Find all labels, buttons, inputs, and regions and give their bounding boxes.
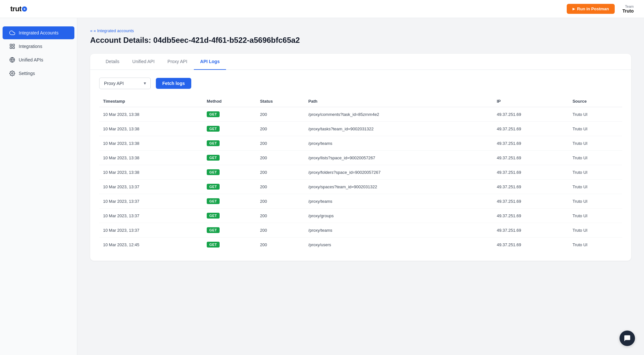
cell-timestamp: 10 Mar 2023, 13:37: [99, 180, 203, 194]
cell-method: GET: [203, 136, 256, 151]
cell-ip: 49.37.251.69: [493, 180, 569, 194]
cell-source: Truto UI: [569, 223, 622, 238]
cell-ip: 49.37.251.69: [493, 107, 569, 122]
cell-method: GET: [203, 194, 256, 209]
cell-status: 200: [256, 180, 304, 194]
table-row: 10 Mar 2023, 13:37 GET 200 /proxy/teams …: [99, 223, 622, 238]
account-detail-card: Details Unified API Proxy API API Logs P…: [90, 54, 631, 261]
table-row: 10 Mar 2023, 13:38 GET 200 /proxy/tasks?…: [99, 122, 622, 136]
cell-ip: 49.37.251.69: [493, 122, 569, 136]
cell-method: GET: [203, 165, 256, 180]
cell-method: GET: [203, 151, 256, 165]
table-row: 10 Mar 2023, 13:38 GET 200 /proxy/commen…: [99, 107, 622, 122]
cell-timestamp: 10 Mar 2023, 13:38: [99, 136, 203, 151]
method-badge: GET: [207, 111, 220, 117]
sidebar: Integrated Accounts Integrations Unified…: [0, 18, 77, 355]
cell-source: Truto UI: [569, 209, 622, 223]
cell-source: Truto UI: [569, 180, 622, 194]
filter-bar: Proxy API Unified API ▼ Fetch logs: [90, 70, 631, 96]
cell-method: GET: [203, 238, 256, 252]
svg-rect-2: [10, 47, 12, 49]
tab-proxy-api[interactable]: Proxy API: [161, 54, 194, 70]
col-method: Method: [203, 96, 256, 107]
cell-ip: 49.37.251.69: [493, 136, 569, 151]
logs-table: Timestamp Method Status Path IP Source 1…: [99, 96, 622, 252]
globe-icon: [9, 57, 15, 63]
table-row: 10 Mar 2023, 13:37 GET 200 /proxy/spaces…: [99, 180, 622, 194]
sidebar-item-integrated-accounts-label: Integrated Accounts: [19, 30, 59, 35]
gear-icon: [9, 70, 15, 77]
cell-ip: 49.37.251.69: [493, 209, 569, 223]
nav-right: Run in Postman Team Truto: [567, 4, 634, 14]
cell-status: 200: [256, 194, 304, 209]
svg-rect-1: [13, 44, 14, 46]
col-status: Status: [256, 96, 304, 107]
cell-path: /proxy/teams: [305, 136, 493, 151]
sidebar-item-integrated-accounts[interactable]: Integrated Accounts: [3, 26, 74, 39]
tab-unified-api[interactable]: Unified API: [126, 54, 161, 70]
cell-method: GET: [203, 209, 256, 223]
cell-source: Truto UI: [569, 151, 622, 165]
sidebar-item-integrations-label: Integrations: [19, 44, 42, 49]
page-title: Account Details: 04db5eec-421d-4f61-b522…: [90, 36, 631, 45]
method-badge: GET: [207, 184, 220, 190]
cell-status: 200: [256, 136, 304, 151]
sidebar-item-unified-apis-label: Unified APIs: [19, 57, 43, 62]
tab-details[interactable]: Details: [99, 54, 126, 70]
cell-ip: 49.37.251.69: [493, 238, 569, 252]
sidebar-item-integrations[interactable]: Integrations: [3, 40, 74, 53]
tab-bar: Details Unified API Proxy API API Logs: [90, 54, 631, 70]
cell-method: GET: [203, 107, 256, 122]
col-timestamp: Timestamp: [99, 96, 203, 107]
cell-timestamp: 10 Mar 2023, 12:45: [99, 238, 203, 252]
table-row: 10 Mar 2023, 13:37 GET 200 /proxy/teams …: [99, 194, 622, 209]
fetch-logs-button[interactable]: Fetch logs: [156, 78, 191, 89]
cell-status: 200: [256, 223, 304, 238]
cell-path: /proxy/teams: [305, 194, 493, 209]
svg-rect-0: [10, 44, 12, 46]
method-badge: GET: [207, 227, 220, 233]
cell-timestamp: 10 Mar 2023, 13:38: [99, 151, 203, 165]
method-badge: GET: [207, 126, 220, 132]
chat-button[interactable]: [620, 331, 635, 346]
run-in-postman-button[interactable]: Run in Postman: [567, 4, 615, 14]
cell-path: /proxy/teams: [305, 223, 493, 238]
cell-timestamp: 10 Mar 2023, 13:37: [99, 209, 203, 223]
cell-ip: 49.37.251.69: [493, 151, 569, 165]
api-type-select-wrapper: Proxy API Unified API ▼: [99, 78, 151, 89]
sidebar-item-unified-apis[interactable]: Unified APIs: [3, 53, 74, 66]
logo: trut ▶: [10, 5, 27, 13]
api-type-select[interactable]: Proxy API Unified API: [99, 78, 151, 89]
cell-timestamp: 10 Mar 2023, 13:38: [99, 107, 203, 122]
svg-rect-3: [13, 47, 14, 49]
cell-source: Truto UI: [569, 165, 622, 180]
main-content: « Integrated accounts Account Details: 0…: [77, 18, 644, 355]
col-path: Path: [305, 96, 493, 107]
team-info: Team Truto: [622, 5, 634, 14]
method-badge: GET: [207, 198, 220, 204]
cell-timestamp: 10 Mar 2023, 13:38: [99, 122, 203, 136]
method-badge: GET: [207, 155, 220, 161]
method-badge: GET: [207, 169, 220, 175]
cell-method: GET: [203, 180, 256, 194]
table-header: Timestamp Method Status Path IP Source: [99, 96, 622, 107]
cell-path: /proxy/users: [305, 238, 493, 252]
cell-ip: 49.37.251.69: [493, 165, 569, 180]
table-row: 10 Mar 2023, 13:38 GET 200 /proxy/teams …: [99, 136, 622, 151]
cell-method: GET: [203, 122, 256, 136]
cell-status: 200: [256, 107, 304, 122]
svg-point-6: [12, 73, 13, 74]
breadcrumb[interactable]: « Integrated accounts: [90, 28, 631, 33]
tab-api-logs[interactable]: API Logs: [194, 54, 226, 70]
grid-icon: [9, 43, 15, 50]
sidebar-item-settings-label: Settings: [19, 71, 35, 76]
cloud-icon: [9, 30, 15, 36]
cell-source: Truto UI: [569, 238, 622, 252]
team-name: Truto: [622, 8, 634, 14]
table-row: 10 Mar 2023, 13:37 GET 200 /proxy/groups…: [99, 209, 622, 223]
col-ip: IP: [493, 96, 569, 107]
cell-source: Truto UI: [569, 194, 622, 209]
sidebar-item-settings[interactable]: Settings: [3, 67, 74, 80]
method-badge: GET: [207, 140, 220, 146]
cell-ip: 49.37.251.69: [493, 194, 569, 209]
